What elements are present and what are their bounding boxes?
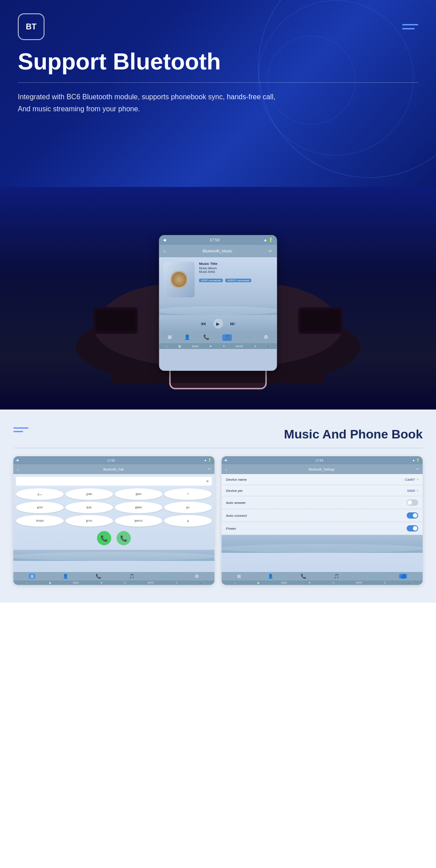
svg-rect-6 — [111, 369, 325, 383]
dial-key-8[interactable]: 8TUV — [65, 515, 113, 527]
dial-back-btn[interactable]: ◀ — [16, 458, 18, 462]
dial-home[interactable]: ⌂ — [17, 468, 19, 471]
dial-key-9[interactable]: 9WXYZ — [115, 515, 162, 527]
settings-nav-contacts[interactable]: 👤 — [268, 574, 273, 579]
dial-nav-settings[interactable]: ⚙ — [195, 574, 199, 579]
nav-phone[interactable]: 📞 — [203, 334, 210, 341]
hero-desc-line2: And music streaming from your phone. — [18, 105, 140, 113]
settings-nav-bt[interactable]: 🔵 — [399, 574, 407, 579]
settings-ac-fan[interactable]: ❄ — [309, 581, 311, 584]
dial-ac-mode[interactable]: ↻ — [124, 581, 126, 584]
bt-logo: BT — [18, 13, 44, 40]
dial-ac-power[interactable]: ⏻ — [49, 581, 51, 584]
call-button[interactable]: 📞 — [97, 531, 111, 545]
device-name-row[interactable]: Device name CarBT › — [222, 474, 423, 485]
settings-back-btn[interactable]: ◀ — [224, 458, 226, 462]
settings-ac-dual[interactable]: DUAL — [281, 581, 287, 584]
settings-ac-home[interactable]: ⌂ — [234, 581, 235, 584]
play-button[interactable]: ▶ — [213, 319, 223, 329]
dial-key-1[interactable]: 1— — [16, 488, 64, 500]
nav-apps[interactable]: ⊞ — [168, 334, 172, 341]
dial-key-0[interactable]: 0+ — [164, 502, 212, 513]
settings-time: 17:53 — [315, 459, 323, 462]
settings-nav-music[interactable]: 🎵 — [334, 574, 339, 579]
dial-ac-recirc[interactable]: ↺ — [176, 581, 178, 584]
dial-ac-dual[interactable]: DUAL — [73, 581, 79, 584]
dial-input-x[interactable]: ✕ — [206, 479, 209, 483]
ac-recirc[interactable]: ↺ — [254, 345, 256, 348]
dial-key-star[interactable]: * — [164, 488, 212, 500]
auto-connect-toggle[interactable] — [407, 512, 418, 519]
end-call-button[interactable]: 📞 — [117, 531, 131, 545]
dial-key-6[interactable]: 6MNO — [115, 502, 162, 513]
settings-home[interactable]: ⌂ — [225, 468, 227, 471]
music-wave-bg — [159, 302, 277, 315]
music-album: Music Album — [199, 267, 273, 270]
device-name-label: Device name — [226, 478, 247, 482]
dual-screens: ◀ 17:53 ▲ 🔋 ⌂ Bluetooth_Call ↩ ✕ 1— 2ABC — [13, 456, 423, 585]
dial-key-3[interactable]: 3DEF — [115, 488, 162, 500]
dial-wave-bg — [13, 550, 214, 561]
settings-nav-apps[interactable]: ⊞ — [237, 574, 241, 579]
ac-power[interactable]: ⏻ — [178, 345, 181, 348]
device-pin-row[interactable]: Device pin 0000 › — [222, 485, 423, 496]
screen-time: 17:53 — [210, 238, 220, 242]
nav-music[interactable]: 🎵 — [222, 334, 232, 341]
auto-answer-toggle[interactable] — [407, 499, 418, 506]
chevron-device-name: › — [417, 477, 418, 482]
dial-ac-vol[interactable]: 🔊 — [199, 581, 202, 584]
dial-ac-fan[interactable]: ❄ — [101, 581, 102, 584]
settings-ac-recirc[interactable]: ↺ — [384, 581, 386, 584]
ac-vol[interactable]: 🔊 — [267, 345, 270, 348]
dial-ac-bar: ⌂ ⏻ DUAL ❄ ↻ AUTO ↺ 🔊 — [13, 580, 214, 585]
screen-controls: ⏮ ▶ ⏭ — [159, 315, 277, 332]
prev-button[interactable]: ⏮ — [201, 320, 206, 327]
dial-grid: 1— 2ABC 3DEF * 4GHI 5JKL 6MNO 0+ 7PQRS 8… — [16, 488, 212, 527]
dial-ac-auto[interactable]: AUTO — [148, 581, 154, 584]
bottom-card-section: Music And Phone Book ◀ 17:53 ▲ 🔋 ⌂ Bluet… — [0, 410, 436, 603]
ac-mode[interactable]: ↻ — [223, 345, 225, 348]
screen-music-content: Music Title Music Album Music Artist A2D… — [159, 257, 277, 302]
dial-nav-contacts[interactable]: 👤 — [63, 574, 68, 579]
dial-back[interactable]: ↩ — [208, 467, 211, 471]
dial-nav-link[interactable]: 🔗 — [162, 574, 167, 579]
settings-ac-vol[interactable]: 🔊 — [408, 581, 410, 584]
ac-auto[interactable]: AUTO — [236, 345, 243, 348]
settings-content-area: Device name CarBT › Device pin 0000 › — [222, 474, 423, 572]
settings-ac-auto[interactable]: AUTO — [356, 581, 362, 584]
power-label: Power — [226, 527, 236, 531]
dial-nav-apps[interactable]: ⊞ — [29, 574, 35, 579]
ac-fan[interactable]: ❄ — [210, 345, 212, 348]
card-menu-icon[interactable] — [13, 427, 28, 432]
dial-key-hash[interactable]: # — [164, 515, 212, 527]
dial-input-field[interactable]: ✕ — [16, 477, 212, 486]
auto-answer-row: Auto answer — [222, 496, 423, 509]
dial-nav-music[interactable]: 🎵 — [129, 574, 134, 579]
dial-key-2[interactable]: 2ABC — [65, 488, 113, 500]
settings-ac-power[interactable]: ⏻ — [257, 581, 259, 584]
nav-contacts[interactable]: 👤 — [184, 334, 190, 341]
dial-key-5[interactable]: 5JKL — [65, 502, 113, 513]
dial-nav-phone[interactable]: 📞 — [96, 574, 101, 579]
phone-dial-screen: ◀ 17:53 ▲ 🔋 ⌂ Bluetooth_Call ↩ ✕ 1— 2ABC — [13, 456, 214, 585]
settings-nav-phone[interactable]: 📞 — [301, 574, 306, 579]
ac-home[interactable]: ⌂ — [166, 345, 168, 348]
dial-content: ✕ 1— 2ABC 3DEF * 4GHI 5JKL 6MNO 0+ 7PQRS… — [13, 474, 214, 550]
dial-key-7[interactable]: 7PQRS — [16, 515, 64, 527]
settings-back[interactable]: ↩ — [416, 467, 419, 471]
bt-logo-text: BT — [26, 22, 36, 32]
nav-link[interactable]: 🔗 — [245, 334, 251, 341]
nav-settings[interactable]: ⚙ — [264, 334, 268, 341]
dial-key-4[interactable]: 4GHI — [16, 502, 64, 513]
next-button[interactable]: ⏭ — [230, 320, 235, 327]
screen-home-icon[interactable]: ⌂ — [164, 249, 166, 253]
screen-back-btn[interactable]: ◀ — [163, 238, 166, 242]
settings-ac-mode[interactable]: ↻ — [332, 581, 334, 584]
screen-title: Bluetooth_Music — [202, 249, 232, 253]
dial-ac-home[interactable]: ⌂ — [26, 581, 27, 584]
settings-nav-link[interactable]: 🔗 — [366, 574, 371, 579]
dial-actions: 📞 📞 — [16, 529, 212, 547]
power-toggle[interactable] — [407, 525, 418, 531]
screen-back-arrow[interactable]: ↩ — [269, 249, 272, 253]
ac-dual[interactable]: DUAL — [192, 345, 199, 348]
